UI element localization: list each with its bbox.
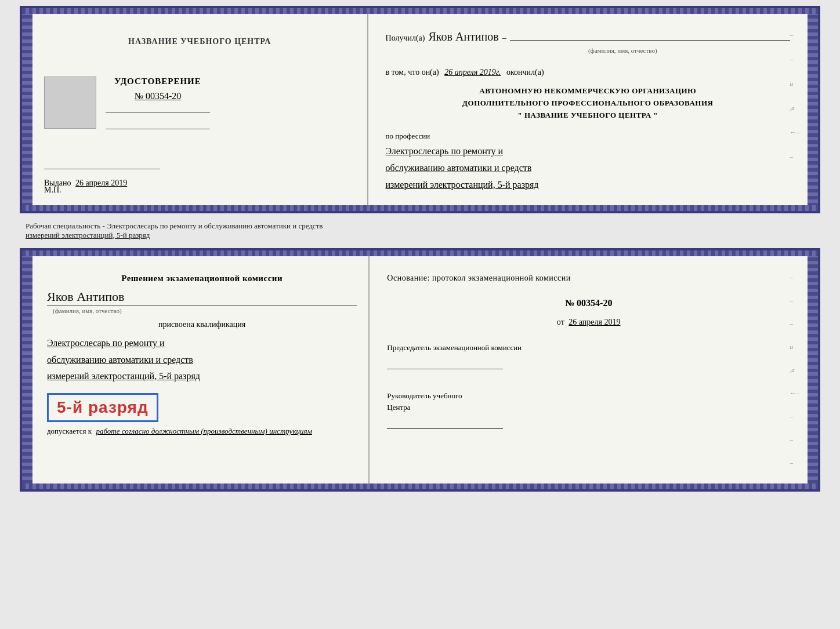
- org-block: АВТОНОМНУЮ НЕКОММЕРЧЕСКУЮ ОРГАНИЗАЦИЮ ДО…: [386, 85, 790, 121]
- confirm-date: 26 апреля 2019г.: [444, 68, 501, 77]
- top-right-page: Получил(а) Яков Антипов – (фамилия, имя,…: [368, 14, 808, 205]
- profession-label: по профессии: [386, 132, 790, 141]
- name-caption-bottom: (фамилия, имя, отчество): [53, 307, 357, 314]
- top-certificate-book: НАЗВАНИЕ УЧЕБНОГО ЦЕНТРА УДОСТОВЕРЕНИЕ №…: [20, 6, 820, 213]
- right-border-decoration: [808, 8, 818, 211]
- protocol-number: № 00354-20: [387, 298, 790, 308]
- org-line1: АВТОНОМНУЮ НЕКОММЕРЧЕСКУЮ ОРГАНИЗАЦИЮ: [386, 85, 790, 97]
- bottom-right-border: [808, 250, 818, 489]
- issued-date: 26 апреля 2019: [75, 179, 127, 187]
- recipient-block: Получил(а) Яков Антипов –: [386, 26, 790, 43]
- director-section: Руководитель учебного Центра: [387, 390, 790, 429]
- received-label: Получил(а): [386, 34, 425, 43]
- director-signature-line: [387, 417, 503, 429]
- confirm-suffix: окончил(а): [506, 68, 544, 77]
- name-caption-top: (фамилия, имя, отчество): [455, 47, 790, 54]
- cert-number: № 00354-20: [135, 91, 182, 101]
- chairman-section: Председатель экзаменационной комиссии: [387, 342, 790, 370]
- bottom-certificate-book: Решением экзаменационной комиссии Яков А…: [20, 248, 820, 492]
- допускается-line: допускается к работе согласно должностны…: [47, 426, 357, 438]
- director-label-2: Центра: [387, 403, 410, 412]
- confirm-prefix: в том, что он(а): [386, 68, 439, 77]
- person-name-block: Яков Антипов (фамилия, имя, отчество): [47, 289, 357, 314]
- middle-text-1: Рабочая специальность - Электрослесарь п…: [26, 221, 814, 231]
- left-border-decoration: [22, 8, 32, 211]
- chairman-label: Председатель экзаменационной комиссии: [387, 342, 790, 354]
- dash: –: [502, 34, 506, 43]
- top-left-page: НАЗВАНИЕ УЧЕБНОГО ЦЕНТРА УДОСТОВЕРЕНИЕ №…: [32, 14, 368, 205]
- bottom-left-page: Решением экзаменационной комиссии Яков А…: [32, 256, 370, 483]
- org-line3: " НАЗВАНИЕ УЧЕБНОГО ЦЕНТРА ": [386, 110, 790, 122]
- protocol-date: от 26 апреля 2019: [387, 318, 790, 327]
- director-label: Руководитель учебного Центра: [387, 390, 790, 413]
- bottom-right-page: Основание: протокол экзаменационной коми…: [370, 256, 808, 483]
- razryad-badge: 5-й разряд: [47, 393, 158, 422]
- org-line2: ДОПОЛНИТЕЛЬНОГО ПРОФЕССИОНАЛЬНОГО ОБРАЗО…: [386, 97, 790, 110]
- middle-text-2: измерений электростанций, 5-й разряд: [26, 231, 814, 240]
- qualification-text: Электрослесарь по ремонту и обслуживанию…: [47, 335, 357, 385]
- udostoverenie-label: УДОСТОВЕРЕНИЕ: [114, 77, 201, 86]
- middle-specialty-label: Рабочая специальность - Электрослесарь п…: [20, 218, 820, 243]
- decision-title: Решением экзаменационной комиссии: [47, 274, 357, 283]
- training-center-title-left: НАЗВАНИЕ УЧЕБНОГО ЦЕНТРА: [128, 31, 271, 49]
- issued-date-line: Выдано 26 апреля 2019: [44, 179, 356, 188]
- допускается-italic: работе согласно должностным (производств…: [96, 427, 312, 435]
- recipient-name: Яков Антипов: [429, 30, 499, 43]
- profession-block: по профессии Электрослесарь по ремонту и…: [386, 132, 790, 193]
- confirm-block: в том, что он(а) 26 апреля 2019г. окончи…: [386, 68, 790, 77]
- director-label-1: Руководитель учебного: [387, 391, 462, 400]
- bottom-left-border: [22, 250, 32, 489]
- mp-label: М.П.: [44, 186, 61, 195]
- stamp-placeholder: [44, 77, 96, 129]
- osnov-label: Основание: протокол экзаменационной коми…: [387, 274, 790, 283]
- razryad-section: 5-й разряд допускается к работе согласно…: [47, 391, 357, 438]
- chairman-signature-line: [387, 358, 503, 369]
- assigned-label: присвоена квалификация: [47, 320, 357, 329]
- date-prefix: от: [557, 318, 564, 326]
- date-value: 26 апреля 2019: [569, 318, 620, 326]
- допускается-text: допускается к: [47, 427, 92, 435]
- person-name-bottom: Яков Антипов: [47, 289, 357, 306]
- profession-text: Электрослесарь по ремонту иобслуживанию …: [386, 143, 790, 193]
- chairman-label-line1: Председатель экзаменационной комиссии: [387, 343, 522, 352]
